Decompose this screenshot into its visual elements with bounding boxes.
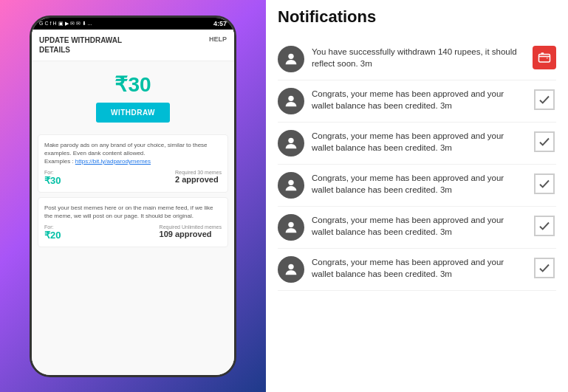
status-icon-f: f — [50, 21, 52, 26]
notif-avatar-4 — [278, 214, 304, 241]
svg-point-4 — [288, 138, 293, 143]
notifications-list: You have successfully withdrawn 140 rupe… — [278, 38, 556, 291]
task-2: Post your best memes here or on the main… — [38, 197, 228, 247]
check-icon — [534, 216, 555, 236]
notif-avatar-0 — [278, 46, 304, 72]
status-icon-mail: ✉ — [70, 21, 75, 27]
notif-text-0: You have successfully withdrawn 140 rupe… — [312, 46, 525, 69]
help-link[interactable]: HELP — [209, 35, 227, 43]
check-icon — [534, 89, 555, 110]
notif-text-2: Congrats, your meme has been approved an… — [312, 130, 525, 154]
notification-item-0: You have successfully withdrawn 140 rupe… — [278, 38, 556, 80]
task1-approved: 2 approved — [175, 175, 222, 184]
notif-text-4: Congrats, your meme has been approved an… — [312, 214, 525, 238]
notif-action-icon-0[interactable] — [533, 46, 556, 69]
svg-point-0 — [288, 54, 293, 59]
notification-item-4: Congrats, your meme has been approved an… — [278, 207, 556, 249]
notif-avatar-2 — [278, 130, 304, 157]
task1-amount: ₹30 — [44, 175, 61, 186]
svg-point-6 — [288, 222, 293, 227]
task2-for-label: For: — [44, 224, 61, 230]
app-header-title: UPDATE WITHDRAWAL DETAILS — [39, 35, 122, 55]
notif-avatar-3 — [278, 172, 304, 199]
task2-description: Post your best memes here or on the main… — [44, 204, 222, 220]
task1-meta-left: For: ₹30 — [44, 170, 61, 186]
notif-action-icon-5[interactable] — [533, 256, 556, 280]
notif-action-icon-2[interactable] — [533, 130, 556, 154]
phone-mockup: G C f H ▣ ▶ ✉ ✉ ⬇ ... 4:57 UPDATE WITHDR… — [30, 16, 236, 377]
check-icon — [534, 258, 555, 278]
notif-action-icon-4[interactable] — [533, 214, 556, 238]
task2-meta: For: ₹20 Required Unlimited memes 109 ap… — [44, 224, 222, 241]
svg-point-3 — [288, 96, 293, 101]
notification-item-2: Congrats, your meme has been approved an… — [278, 123, 556, 165]
task1-required: Required 30 memes — [175, 170, 222, 175]
notif-avatar-1 — [278, 88, 304, 114]
task2-meta-left: For: ₹20 — [44, 224, 61, 241]
task2-approved: 109 approved — [160, 230, 222, 238]
task1-description: Make parody ads on any brand of your cho… — [44, 141, 222, 166]
task1-meta: For: ₹30 Required 30 memes 2 approved — [44, 170, 222, 186]
task2-amount: ₹20 — [44, 230, 61, 241]
status-icon-c: C — [44, 21, 48, 26]
wallet-icon — [533, 46, 556, 69]
notification-item-3: Congrats, your meme has been approved an… — [278, 165, 556, 207]
status-icon-dots: ... — [88, 21, 92, 26]
notif-avatar-5 — [278, 256, 304, 283]
app-header: UPDATE WITHDRAWAL DETAILS HELP — [32, 30, 234, 61]
status-icon-g: G — [39, 21, 43, 26]
notif-action-icon-3[interactable] — [533, 172, 556, 196]
amount-section: ₹30 WITHDRAW — [32, 61, 234, 130]
task1-meta-right: Required 30 memes 2 approved — [175, 170, 222, 184]
withdraw-button[interactable]: WITHDRAW — [96, 103, 170, 123]
status-icon-down: ⬇ — [82, 21, 86, 27]
status-icon-h: H — [52, 21, 56, 26]
task-1: Make parody ads on any brand of your cho… — [38, 134, 228, 193]
phone-panel: G C f H ▣ ▶ ✉ ✉ ⬇ ... 4:57 UPDATE WITHDR… — [0, 0, 266, 392]
svg-rect-1 — [539, 55, 550, 63]
notifications-panel: Notifications You have successfully with… — [266, 0, 568, 392]
status-icon-yt: ▶ — [65, 21, 69, 27]
status-time: 4:57 — [213, 20, 227, 27]
status-bar: G C f H ▣ ▶ ✉ ✉ ⬇ ... 4:57 — [32, 18, 234, 30]
svg-rect-2 — [541, 52, 544, 54]
check-icon — [534, 131, 555, 152]
task2-meta-right: Required Unlimited memes 109 approved — [160, 224, 222, 238]
notif-action-icon-1[interactable] — [533, 88, 556, 111]
notif-text-3: Congrats, your meme has been approved an… — [312, 172, 525, 196]
status-icons: G C f H ▣ ▶ ✉ ✉ ⬇ ... — [39, 21, 92, 27]
rupee-amount: ₹30 — [39, 72, 227, 97]
status-icon-mail2: ✉ — [76, 21, 81, 27]
status-icon-ig: ▣ — [58, 21, 64, 27]
notification-item-1: Congrats, your meme has been approved an… — [278, 80, 556, 123]
task1-examples-label: Examples : — [44, 158, 75, 165]
notif-text-1: Congrats, your meme has been approved an… — [312, 88, 525, 111]
svg-point-7 — [288, 264, 293, 269]
notifications-title: Notifications — [278, 7, 556, 30]
notification-item-5: Congrats, your meme has been approved an… — [278, 249, 556, 291]
svg-point-5 — [288, 180, 293, 185]
check-icon — [534, 173, 555, 194]
task2-required: Required Unlimited memes — [160, 224, 222, 230]
phone-content: UPDATE WITHDRAWAL DETAILS HELP ₹30 WITHD… — [32, 30, 234, 375]
notif-text-5: Congrats, your meme has been approved an… — [312, 256, 525, 280]
task1-link[interactable]: https://bit.ly/adparodymemes — [75, 158, 151, 165]
task1-for-label: For: — [44, 170, 61, 175]
